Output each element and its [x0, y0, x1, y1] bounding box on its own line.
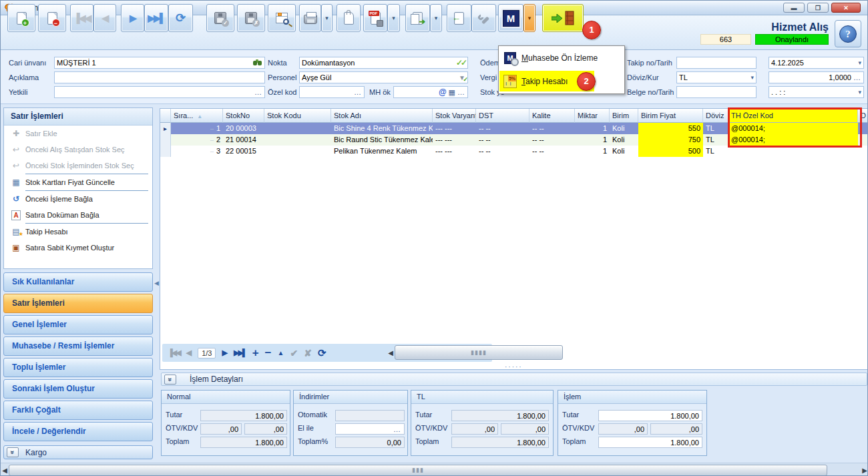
column-header-sira[interactable]: Sıra...▲ — [171, 109, 223, 123]
muhasebe-menu-dropdown[interactable]: ▾ — [523, 4, 535, 32]
chevron-down-icon[interactable]: ▾ — [858, 89, 861, 95]
kur-field[interactable]: 1,0000… — [769, 71, 864, 83]
first-record-button[interactable]: ▐◀◀ — [70, 4, 93, 32]
new-record-button[interactable]: + — [7, 4, 35, 32]
sidebar-group-farkli-cogalt[interactable]: Farklı Çoğalt — [3, 401, 153, 420]
islem-toplam-field[interactable]: 1.800,00 — [598, 437, 702, 448]
ellipsis-icon[interactable]: … — [354, 88, 362, 96]
takip-tarih-field[interactable]: 4.12.2025▾ — [769, 57, 864, 69]
islem-detaylari-bar[interactable]: » İşlem Detayları — [161, 373, 867, 386]
splitter-handle[interactable]: ····· — [505, 363, 523, 371]
last-record-button[interactable]: ▶▶▌ — [144, 4, 168, 32]
attachment-button[interactable] — [337, 4, 361, 32]
nav-add-row-button[interactable]: + — [252, 346, 259, 360]
nav-previous-button[interactable]: ◀ — [186, 348, 192, 357]
doviz-select[interactable]: TL▾ — [676, 71, 756, 83]
personel-field[interactable]: Ayşe Gül▼ — [299, 71, 468, 83]
pdf-save-button[interactable]: PDF — [363, 4, 387, 32]
pdf-dropdown-button[interactable]: ▾ — [387, 4, 400, 32]
column-header-birim-fiyat[interactable]: Birim Fiyat — [638, 109, 703, 123]
yetkili-field[interactable]: … — [54, 86, 265, 98]
copy-forward-button[interactable]: ➔ — [405, 4, 430, 32]
details-collapse-button[interactable]: » — [164, 375, 176, 385]
table-view-icon[interactable]: ▦ — [449, 88, 455, 97]
minimize-button[interactable]: ▬ — [783, 3, 805, 13]
scrollbar-thumb[interactable]: ▮▮▮ — [9, 465, 827, 476]
mh-ok-field[interactable]: @ ▦ … — [393, 86, 468, 98]
column-header-stok-varyanti[interactable]: Stok Varyantı — [433, 109, 476, 123]
kargo-bar[interactable]: » Kargo — [3, 445, 153, 459]
previous-record-button[interactable]: ◀ — [93, 4, 116, 32]
aciklama-field[interactable] — [54, 71, 265, 83]
scroll-left-icon[interactable]: ◀ — [387, 349, 395, 356]
ellipsis-icon[interactable]: … — [393, 425, 401, 433]
indirim-el-ile-field[interactable]: … — [335, 423, 405, 435]
scrollbar-thumb[interactable]: ▮▮▮▮ — [395, 345, 563, 360]
ozel-kod-field[interactable]: … — [299, 86, 365, 98]
grid-preview-button[interactable] — [268, 4, 296, 32]
sidebar-item-onceki-stok-isleminden[interactable]: ↩ Önceki Stok İşleminden Stok Seç — [4, 158, 152, 174]
restore-button[interactable]: ❐ — [807, 3, 829, 13]
belge-no-field[interactable] — [676, 86, 756, 98]
sidebar-item-onceki-alis-satisdan[interactable]: ↩ Önceki Alış Satışdan Stok Seç — [4, 142, 152, 158]
import-document-button[interactable]: ← — [447, 4, 471, 32]
column-header-doviz[interactable]: Döviz — [703, 109, 728, 123]
nav-edit-button[interactable]: ▲ — [278, 349, 284, 356]
settings-button[interactable] — [471, 4, 496, 32]
lookup-binoculars-icon[interactable] — [253, 61, 257, 65]
ellipsis-icon[interactable]: … — [853, 73, 861, 81]
sidebar-item-satira-dokuman-bagla[interactable]: A Satıra Doküman Bağla — [4, 207, 152, 223]
nav-first-button[interactable]: ▐◀◀ — [168, 348, 180, 357]
nav-cancel-button[interactable]: ✘ — [304, 348, 312, 359]
sidebar-item-takip-hesabi[interactable]: ▤★ Takip Hesabı — [4, 224, 152, 240]
column-header-dst[interactable]: DST — [476, 109, 529, 123]
sidebar-collapse-arrow[interactable]: ◀ — [154, 280, 159, 286]
islem-tutar-field[interactable]: 1.800,00 — [598, 410, 702, 421]
sidebar-group-sik-kullanilanlar[interactable]: Sık Kullanılanlar — [3, 272, 153, 292]
nav-refresh-button[interactable]: ⟳ — [318, 347, 327, 359]
column-header-birim[interactable]: Birim — [610, 109, 638, 123]
menu-item-takip-hesabi[interactable]: 5% I I Takip Hesabı — [499, 69, 624, 93]
cari-unvani-field[interactable]: MÜŞTERİ 1 — [54, 57, 265, 69]
sidebar-item-onceki-isleme-bagla[interactable]: ↺ Önceki İşleme Bağla — [4, 191, 152, 207]
column-header-stok-kodu[interactable]: Stok Kodu — [264, 109, 331, 123]
nav-next-button[interactable]: ▶ — [222, 348, 227, 357]
chevron-down-icon[interactable]: ▾ — [750, 74, 754, 81]
muhasebe-menu-button[interactable]: M — [498, 4, 523, 32]
nav-last-button[interactable]: ▶▶▌ — [234, 348, 246, 357]
menu-item-muhasebe-on-izleme[interactable]: M Muhasebe Ön İzleme — [499, 46, 624, 69]
save-cancel-button[interactable]: ✗ — [237, 4, 265, 32]
print-button[interactable] — [299, 4, 321, 32]
sidebar-group-sonraki-islem[interactable]: Sonraki İşlem Oluştur — [3, 379, 153, 399]
delete-record-button[interactable]: − — [38, 4, 66, 32]
sidebar-item-sabit-kiymet[interactable]: ▣ Satıra Sabit Kıymet Oluştur — [4, 240, 152, 256]
ellipsis-icon[interactable]: … — [254, 88, 262, 96]
exit-door-button[interactable] — [542, 4, 584, 32]
takip-no-field[interactable] — [676, 57, 756, 69]
column-header-stokno[interactable]: StokNo — [223, 109, 264, 123]
nav-delete-row-button[interactable]: − — [265, 346, 272, 360]
next-record-button[interactable]: ▶ — [121, 4, 144, 32]
sidebar-item-satir-ekle[interactable]: ✚ Satır Ekle — [4, 126, 152, 142]
sidebar-group-satir-islemleri[interactable]: Satır İşlemleri — [3, 294, 153, 313]
scroll-right-icon[interactable]: ▶ — [861, 467, 868, 474]
collapse-toggle-button[interactable]: » — [7, 447, 19, 457]
refresh-button[interactable]: ⟳ — [168, 4, 193, 32]
ellipsis-icon[interactable]: … — [457, 88, 465, 96]
column-header-stok-adi[interactable]: Stok Adı — [331, 109, 433, 123]
sidebar-group-genel-islemler[interactable]: Genel İşlemler — [3, 315, 153, 334]
belge-tarih-field[interactable]: . . : :▾ — [769, 86, 864, 98]
window-horizontal-scrollbar[interactable]: ◀ ▮▮▮ ▶ — [1, 463, 868, 476]
column-header-miktar[interactable]: Miktar — [575, 109, 610, 123]
copy-dropdown-button[interactable]: ▾ — [430, 4, 442, 32]
grid-horizontal-scrollbar[interactable]: ◀ ▮▮▮▮ — [387, 345, 563, 360]
help-button[interactable]: ? — [835, 20, 861, 47]
print-dropdown-button[interactable]: ▾ — [321, 4, 333, 32]
close-button[interactable]: ✕ — [831, 3, 861, 13]
sidebar-group-toplu-islemler[interactable]: Toplu İşlemler — [3, 358, 153, 377]
nav-confirm-button[interactable]: ✔ — [290, 348, 298, 359]
chevron-down-icon[interactable]: ▾ — [858, 59, 861, 66]
nokta-field[interactable]: Dokümantasyon✓✓ — [299, 57, 468, 69]
sidebar-group-muhasebe-resmi[interactable]: Muhasebe / Resmi İşlemler — [3, 336, 153, 356]
at-symbol-icon[interactable]: @ — [439, 87, 447, 97]
